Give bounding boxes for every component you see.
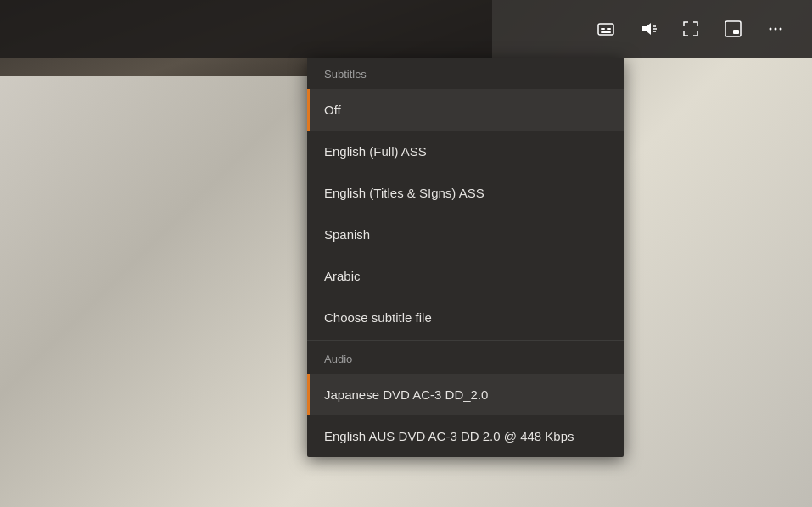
menu-item-arabic[interactable]: Arabic [307,255,624,297]
subtitles-section-label: Subtitles [307,58,624,89]
more-button[interactable] [756,9,795,48]
menu-item-choose-subtitle[interactable]: Choose subtitle file [307,297,624,338]
svg-point-10 [770,28,772,31]
subtitles-button[interactable] [586,9,625,48]
menu-item-english-aus[interactable]: English AUS DVD AC-3 DD 2.0 @ 448 Kbps [307,415,624,457]
menu-divider [307,340,624,341]
toolbar [0,0,812,58]
svg-marker-4 [642,23,651,35]
svg-rect-8 [725,21,741,36]
menu-item-spanish[interactable]: Spanish [307,214,624,255]
audio-section-label: Audio [307,343,624,374]
miniplayer-button[interactable] [714,9,753,48]
fullscreen-button[interactable] [671,9,710,48]
svg-rect-1 [601,28,605,30]
menu-item-english-titles[interactable]: English (Titles & SIgns) ASS [307,172,624,214]
subtitle-audio-menu: Subtitles Off English (Full) ASS English… [307,58,624,457]
menu-item-english-full[interactable]: English (Full) ASS [307,131,624,172]
menu-item-off[interactable]: Off [307,89,624,131]
svg-point-11 [775,28,777,31]
svg-rect-3 [601,31,611,33]
svg-rect-2 [607,28,611,30]
svg-rect-9 [733,30,739,34]
svg-point-12 [780,28,782,31]
volume-button[interactable] [629,9,668,48]
svg-rect-0 [598,24,613,35]
menu-item-japanese-dvd[interactable]: Japanese DVD AC-3 DD_2.0 [307,374,624,415]
